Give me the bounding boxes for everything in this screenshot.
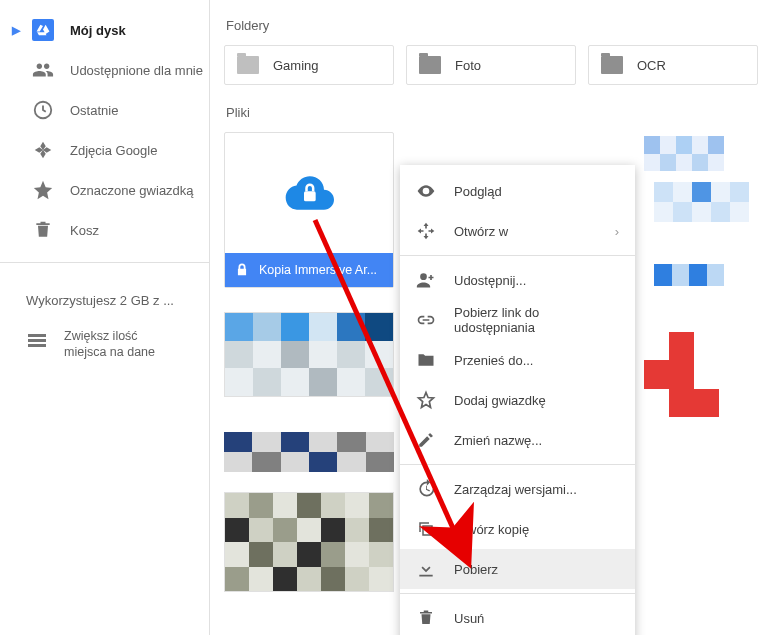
menu-item-move[interactable]: Przenieś do... bbox=[400, 340, 635, 380]
sidebar-item-label: Zdjęcia Google bbox=[70, 143, 157, 158]
sidebar: ▶ Mój dysk ▶ Udostępnione dla mnie ▶ Ost… bbox=[0, 0, 210, 635]
menu-label: Zmień nazwę... bbox=[454, 433, 542, 448]
menu-label: Udostępnij... bbox=[454, 273, 526, 288]
folders-row: Gaming Foto OCR bbox=[224, 45, 765, 85]
folder-name: Gaming bbox=[273, 58, 319, 73]
locked-cloud-icon bbox=[282, 173, 336, 213]
person-add-icon bbox=[416, 270, 436, 290]
file-footer: Kopia Immersive Ar... bbox=[225, 253, 393, 287]
menu-label: Przenieś do... bbox=[454, 353, 534, 368]
file-thumb[interactable] bbox=[644, 136, 724, 171]
eye-icon bbox=[416, 181, 436, 201]
folder-card[interactable]: Gaming bbox=[224, 45, 394, 85]
file-card-selected[interactable]: Kopia Immersive Ar... bbox=[224, 132, 394, 288]
storage-usage-text: Wykorzystujesz 2 GB z ... bbox=[0, 275, 209, 318]
sidebar-item-starred[interactable]: ▶ Oznaczone gwiazdką bbox=[0, 170, 209, 210]
menu-label: Utwórz kopię bbox=[454, 522, 529, 537]
context-menu: Podgląd Otwórz w › Udostępnij... Pobierz… bbox=[400, 165, 635, 635]
menu-item-preview[interactable]: Podgląd bbox=[400, 171, 635, 211]
menu-item-remove[interactable]: Usuń bbox=[400, 598, 635, 635]
clock-icon bbox=[32, 99, 54, 121]
folder-icon bbox=[601, 56, 623, 74]
menu-label: Pobierz bbox=[454, 562, 498, 577]
open-with-icon bbox=[416, 221, 436, 241]
star-outline-icon bbox=[416, 390, 436, 410]
svg-rect-1 bbox=[304, 191, 316, 201]
folder-icon bbox=[237, 56, 259, 74]
file-thumb[interactable] bbox=[224, 432, 394, 472]
sidebar-item-label: Oznaczone gwiazdką bbox=[70, 183, 194, 198]
pencil-icon bbox=[416, 430, 436, 450]
restore-icon bbox=[416, 479, 436, 499]
files-heading: Pliki bbox=[226, 105, 765, 120]
sidebar-item-shared[interactable]: ▶ Udostępnione dla mnie bbox=[0, 50, 209, 90]
sidebar-item-photos[interactable]: ▶ Zdjęcia Google bbox=[0, 130, 209, 170]
menu-item-open-with[interactable]: Otwórz w › bbox=[400, 211, 635, 251]
menu-label: Dodaj gwiazdkę bbox=[454, 393, 546, 408]
menu-label: Zarządzaj wersjami... bbox=[454, 482, 577, 497]
upgrade-line2: miejsca na dane bbox=[64, 345, 155, 359]
sidebar-item-my-drive[interactable]: ▶ Mój dysk bbox=[0, 10, 209, 50]
file-thumb[interactable] bbox=[224, 312, 394, 397]
file-thumb[interactable] bbox=[654, 182, 749, 222]
menu-item-rename[interactable]: Zmień nazwę... bbox=[400, 420, 635, 460]
menu-label: Pobierz link do udostępniania bbox=[454, 305, 619, 335]
svg-point-2 bbox=[424, 189, 427, 192]
svg-rect-4 bbox=[423, 526, 432, 535]
menu-label: Usuń bbox=[454, 611, 484, 626]
menu-item-copy[interactable]: Utwórz kopię bbox=[400, 509, 635, 549]
folder-name: Foto bbox=[455, 58, 481, 73]
file-thumb[interactable] bbox=[644, 332, 719, 417]
upgrade-line1: Zwiększ ilość bbox=[64, 329, 138, 343]
copy-icon bbox=[416, 519, 436, 539]
download-icon bbox=[416, 559, 436, 579]
sidebar-item-label: Kosz bbox=[70, 223, 99, 238]
upgrade-storage-link[interactable]: Zwiększ ilość miejsca na dane bbox=[0, 318, 209, 371]
drive-icon bbox=[32, 19, 54, 41]
menu-item-share[interactable]: Udostępnij... bbox=[400, 260, 635, 300]
expand-icon: ▶ bbox=[12, 24, 22, 37]
storage-icon bbox=[26, 328, 48, 350]
trash-icon bbox=[416, 608, 436, 628]
file-thumb[interactable] bbox=[224, 492, 394, 592]
sidebar-item-label: Ostatnie bbox=[70, 103, 118, 118]
star-icon bbox=[32, 179, 54, 201]
folder-card[interactable]: Foto bbox=[406, 45, 576, 85]
photos-icon bbox=[32, 139, 54, 161]
move-folder-icon bbox=[416, 350, 436, 370]
file-thumb[interactable] bbox=[654, 264, 724, 286]
link-icon bbox=[416, 310, 436, 330]
folder-card[interactable]: OCR bbox=[588, 45, 758, 85]
sidebar-item-label: Udostępnione dla mnie bbox=[70, 63, 203, 78]
file-preview bbox=[225, 133, 393, 253]
menu-item-get-link[interactable]: Pobierz link do udostępniania bbox=[400, 300, 635, 340]
menu-item-versions[interactable]: Zarządzaj wersjami... bbox=[400, 469, 635, 509]
svg-point-3 bbox=[420, 273, 427, 280]
sidebar-item-trash[interactable]: ▶ Kosz bbox=[0, 210, 209, 250]
folder-icon bbox=[419, 56, 441, 74]
menu-label: Podgląd bbox=[454, 184, 502, 199]
trash-icon bbox=[32, 219, 54, 241]
menu-item-star[interactable]: Dodaj gwiazdkę bbox=[400, 380, 635, 420]
folder-name: OCR bbox=[637, 58, 666, 73]
sidebar-item-recent[interactable]: ▶ Ostatnie bbox=[0, 90, 209, 130]
people-icon bbox=[32, 59, 54, 81]
lock-icon bbox=[235, 263, 249, 277]
menu-label: Otwórz w bbox=[454, 224, 508, 239]
chevron-right-icon: › bbox=[615, 224, 619, 239]
folders-heading: Foldery bbox=[226, 18, 765, 33]
menu-item-download[interactable]: Pobierz bbox=[400, 549, 635, 589]
file-name: Kopia Immersive Ar... bbox=[259, 263, 377, 277]
sidebar-item-label: Mój dysk bbox=[70, 23, 126, 38]
